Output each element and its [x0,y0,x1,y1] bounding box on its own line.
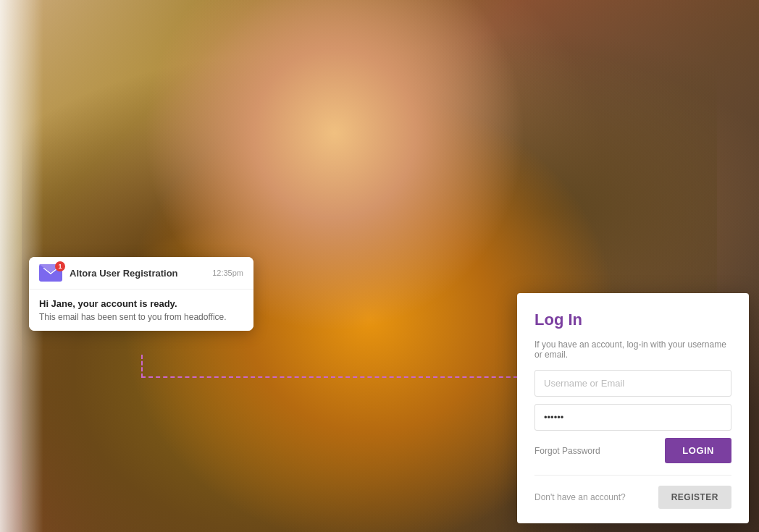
notification-card: 1 Altora User Registration 12:35pm Hi Ja… [29,257,253,331]
email-icon-wrapper: 1 [39,264,62,282]
notification-badge: 1 [55,261,65,271]
login-button[interactable]: LOGIN [665,438,731,463]
forgot-password-link[interactable]: Forgot Password [534,446,600,456]
notification-header: 1 Altora User Registration 12:35pm [29,257,253,290]
login-subtitle: If you have an account, log-in with your… [534,339,731,360]
password-input[interactable] [534,404,731,431]
login-title: Log In [534,311,731,329]
notification-app-name: Altora User Registration [70,268,178,279]
annotation-line-vertical [141,355,143,378]
register-button[interactable]: REGISTER [658,486,731,509]
notification-time: 12:35pm [212,269,243,277]
notification-body: Hi Jane, your account is ready. This ema… [29,290,253,331]
notification-message: This email has been sent to you from hea… [39,312,243,322]
divider [534,475,731,476]
notification-subject: Hi Jane, your account is ready. [39,298,243,309]
register-row: Don't have an account? REGISTER [534,486,731,509]
login-panel: Log In If you have an account, log-in wi… [517,293,749,523]
no-account-label: Don't have an account? [534,492,626,502]
annotation-line-horizontal [141,376,525,378]
username-input[interactable] [534,370,731,397]
login-actions-row: Forgot Password LOGIN [534,438,731,463]
